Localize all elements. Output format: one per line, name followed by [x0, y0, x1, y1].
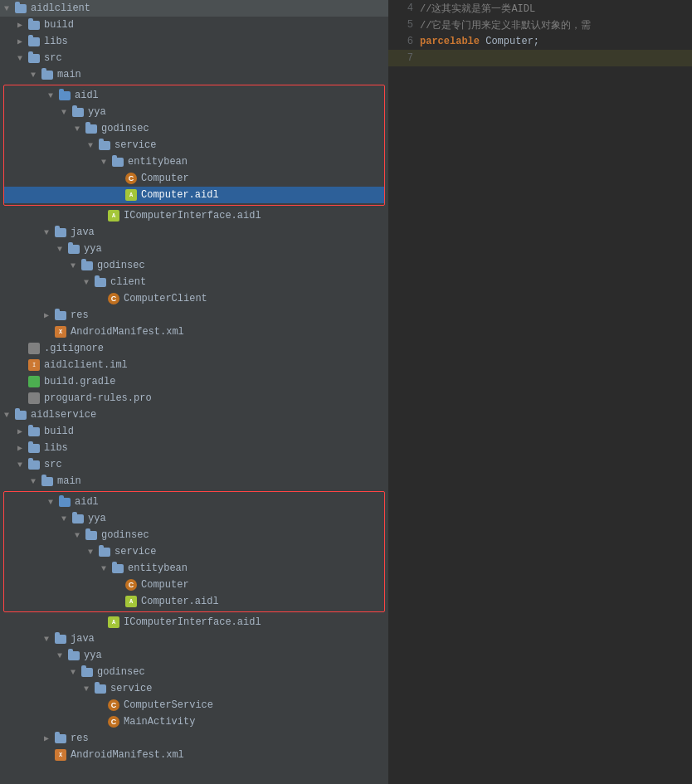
tree-item-java2[interactable]: ▼java	[0, 631, 388, 647]
line-content-4: //这其实就是第一类AIDL	[420, 2, 535, 16]
tree-label-aidlservice: aidlservice	[31, 409, 388, 421]
tree-item-res2[interactable]: ▶res	[0, 730, 388, 747]
tree-label-godinsec1: godinsec	[101, 123, 384, 134]
pro-icon	[27, 392, 41, 405]
tree-arrow-aidlservice[interactable]: ▼	[0, 411, 13, 420]
tree-item-godinsec4[interactable]: ▼godinsec	[0, 664, 388, 680]
tree-arrow-service2[interactable]: ▼	[84, 548, 97, 557]
tree-label-src2: src	[44, 459, 388, 470]
tree-item-aidl2[interactable]: ▼aidl	[4, 494, 384, 510]
tree-item-aidlclient_iml[interactable]: Iaidlclient.iml	[0, 357, 388, 373]
tree-arrow-entitybean1[interactable]: ▼	[97, 158, 110, 167]
tree-item-src2[interactable]: ▼src	[0, 456, 388, 473]
tree-item-aidl1[interactable]: ▼aidl	[4, 87, 384, 104]
folder-icon	[27, 441, 41, 455]
tree-item-icomputeraidl1[interactable]: AIComputerInterface.aidl	[0, 207, 388, 224]
tree-item-computerclient1[interactable]: CComputerClient	[0, 290, 388, 307]
tree-item-src1[interactable]: ▼src	[0, 50, 388, 66]
tree-arrow-yya3[interactable]: ▼	[57, 514, 71, 523]
tree-item-service3[interactable]: ▼service	[0, 680, 388, 697]
tree-item-computeraidl1[interactable]: AComputer.aidl	[4, 187, 384, 203]
tree-item-entitybean2[interactable]: ▼entitybean	[4, 560, 384, 577]
tree-item-godinsec3[interactable]: ▼godinsec	[4, 527, 384, 543]
tree-arrow-godinsec4[interactable]: ▼	[66, 668, 80, 677]
xml-icon: X	[53, 325, 68, 338]
tree-arrow-res2[interactable]: ▶	[40, 733, 53, 743]
tree-item-androidmanifest2[interactable]: XAndroidManifest.xml	[0, 747, 388, 763]
tree-arrow-yya2[interactable]: ▼	[53, 245, 66, 254]
tree-item-computer2[interactable]: CComputer	[4, 577, 384, 593]
tree-item-mainactivity1[interactable]: CMainActivity	[0, 713, 388, 730]
tree-arrow-java2[interactable]: ▼	[40, 635, 53, 644]
folder-icon	[13, 2, 28, 15]
file-tree-panel: ▼aidlclient▶build▶libs▼src▼main▼aidl▼yya…	[0, 0, 388, 784]
tree-item-libs1[interactable]: ▶libs	[0, 33, 388, 50]
tree-item-computer1[interactable]: CComputer	[4, 170, 384, 187]
tree-arrow-libs2[interactable]: ▶	[13, 443, 27, 453]
code-line-7: 7	[388, 50, 692, 66]
tree-item-icomputeraidl2[interactable]: AIComputerInterface.aidl	[0, 614, 388, 631]
tree-arrow-godinsec1[interactable]: ▼	[71, 124, 84, 134]
folder-icon	[40, 68, 55, 81]
tree-arrow-src2[interactable]: ▼	[13, 460, 27, 470]
tree-item-main2[interactable]: ▼main	[0, 473, 388, 489]
tree-arrow-yya1[interactable]: ▼	[57, 108, 71, 117]
class-icon: C	[106, 715, 121, 728]
line-content-6: parcelable Computer;	[420, 36, 539, 47]
folder-icon	[93, 275, 108, 289]
tree-item-gitignore1[interactable]: .gitignore	[0, 340, 388, 357]
tree-item-computeraidl2[interactable]: AComputer.aidl	[4, 593, 384, 610]
tree-item-service1[interactable]: ▼service	[4, 137, 384, 153]
tree-item-service2[interactable]: ▼service	[4, 543, 384, 560]
tree-arrow-java1[interactable]: ▼	[40, 228, 53, 237]
tree-label-computeraidl1: Computer.aidl	[141, 189, 384, 201]
tree-item-build1[interactable]: ▶build	[0, 17, 388, 33]
tree-arrow-build2[interactable]: ▶	[13, 426, 27, 436]
tree-item-entitybean1[interactable]: ▼entitybean	[4, 153, 384, 170]
tree-arrow-libs1[interactable]: ▶	[13, 37, 27, 46]
tree-item-res1[interactable]: ▶res	[0, 307, 388, 324]
tree-label-aidlclient: aidlclient	[31, 2, 388, 14]
tree-item-yya2[interactable]: ▼yya	[0, 241, 388, 257]
tree-label-libs1: libs	[44, 36, 388, 47]
folder-icon	[66, 649, 81, 662]
tree-label-androidmanifest1: AndroidManifest.xml	[71, 326, 388, 338]
tree-item-godinsec1[interactable]: ▼godinsec	[4, 120, 384, 137]
tree-arrow-service3[interactable]: ▼	[80, 684, 93, 694]
tree-item-build_gradle1[interactable]: build.gradle	[0, 373, 388, 390]
folder-icon	[27, 51, 41, 65]
tree-arrow-res1[interactable]: ▶	[40, 310, 53, 320]
tree-item-yya3[interactable]: ▼yya	[4, 510, 384, 527]
tree-item-client1[interactable]: ▼client	[0, 274, 388, 290]
tree-arrow-main2[interactable]: ▼	[27, 477, 40, 486]
tree-arrow-godinsec2[interactable]: ▼	[66, 261, 80, 270]
tree-item-java1[interactable]: ▼java	[0, 224, 388, 241]
tree-item-build2[interactable]: ▶build	[0, 423, 388, 440]
tree-arrow-aidl2[interactable]: ▼	[44, 498, 57, 507]
tree-arrow-yya4[interactable]: ▼	[53, 651, 66, 660]
tree-arrow-aidlclient[interactable]: ▼	[0, 4, 13, 13]
tree-arrow-godinsec3[interactable]: ▼	[71, 531, 84, 540]
tree-arrow-aidl1[interactable]: ▼	[44, 91, 57, 100]
tree-item-androidmanifest1[interactable]: XAndroidManifest.xml	[0, 324, 388, 340]
tree-arrow-client1[interactable]: ▼	[80, 278, 93, 287]
tree-arrow-service1[interactable]: ▼	[84, 141, 97, 150]
tree-item-main1[interactable]: ▼main	[0, 66, 388, 83]
tree-label-androidmanifest2: AndroidManifest.xml	[71, 749, 388, 761]
tree-item-aidlclient[interactable]: ▼aidlclient	[0, 0, 388, 17]
tree-item-aidlservice[interactable]: ▼aidlservice	[0, 407, 388, 423]
tree-item-yya1[interactable]: ▼yya	[4, 104, 384, 120]
tree-item-libs2[interactable]: ▶libs	[0, 440, 388, 456]
folder-icon	[93, 682, 108, 695]
tree-label-yya4: yya	[84, 650, 388, 661]
folder-icon	[53, 226, 68, 239]
tree-item-godinsec2[interactable]: ▼godinsec	[0, 257, 388, 274]
tree-item-yya4[interactable]: ▼yya	[0, 647, 388, 664]
tree-item-proguard1[interactable]: proguard-rules.pro	[0, 390, 388, 407]
tree-arrow-build1[interactable]: ▶	[13, 20, 27, 30]
tree-arrow-src1[interactable]: ▼	[13, 54, 27, 63]
tree-item-computerservice1[interactable]: CComputerService	[0, 697, 388, 713]
tree-label-computer2: Computer	[141, 579, 384, 591]
tree-arrow-entitybean2[interactable]: ▼	[97, 564, 110, 573]
tree-arrow-main1[interactable]: ▼	[27, 71, 40, 80]
